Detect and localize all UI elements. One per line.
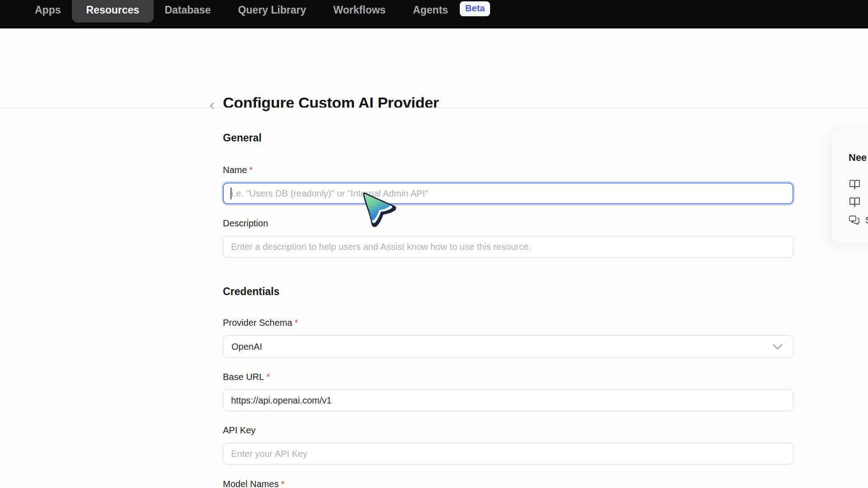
section-heading-general: General [223,132,793,144]
base-url-label: Base URL* [223,372,793,382]
nav-item-workflows[interactable]: Workflows [331,4,387,16]
model-names-label: Model Names* [223,479,793,488]
api-key-label: API Key [223,425,793,436]
model-names-required-asterisk: * [281,479,284,488]
back-button[interactable]: ‹ [204,96,220,113]
provider-schema-select[interactable]: OpenAI [223,335,793,358]
section-heading-credentials: Credentials [223,286,793,298]
base-url-input[interactable] [223,389,793,411]
provider-schema-label: Provider Schema* [223,318,793,328]
nav-item-query-library[interactable]: Query Library [236,4,308,16]
text-caret [231,188,231,199]
provider-schema-selected-value: OpenAI [231,342,262,352]
description-label: Description [223,218,793,229]
help-link-docs-1[interactable] [849,179,868,191]
model-names-label-text: Model Names [223,479,278,488]
help-link-support[interactable]: S [849,214,868,226]
header-divider [0,108,868,108]
nav-item-database[interactable]: Database [163,4,212,16]
nav-item-resources[interactable]: Resources [72,0,154,23]
base-url-label-text: Base URL [223,372,264,382]
name-input[interactable] [223,183,793,204]
chevron-down-icon [772,343,783,351]
book-icon [849,179,861,191]
name-label: Name* [223,165,793,175]
beta-badge: Beta [460,1,490,16]
top-navigation: Apps Resources Database Query Library Wo… [0,0,868,28]
book-icon [849,197,861,208]
provider-schema-label-text: Provider Schema [223,318,292,328]
page-header: ‹ Configure Custom AI Provider [0,28,868,108]
help-link-label: S [865,215,868,225]
name-required-asterisk: * [249,165,253,175]
app-window: Apps Resources Database Query Library Wo… [0,0,868,488]
resource-form: General Name* Description Credentials Pr… [223,132,793,488]
api-key-input[interactable] [223,443,793,465]
help-panel: Nee S [831,128,868,244]
help-link-docs-2[interactable] [849,197,868,208]
nav-item-apps[interactable]: Apps [33,4,63,16]
base-url-required-asterisk: * [266,372,270,382]
page-title: Configure Custom AI Provider [223,94,439,112]
help-panel-title: Nee [849,152,868,164]
provider-schema-required-asterisk: * [294,318,298,328]
nav-item-agents[interactable]: Agents [411,4,450,16]
chat-icon [849,215,860,225]
description-input[interactable] [223,236,793,258]
name-label-text: Name [223,165,247,175]
